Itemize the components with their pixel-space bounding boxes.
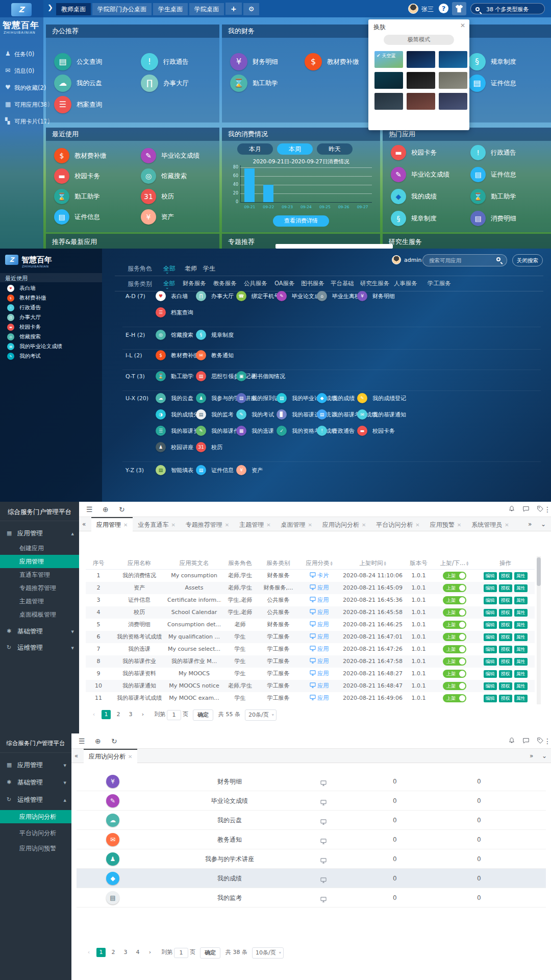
more-vertical-icon[interactable]: ⋮ (544, 502, 551, 517)
action-编辑-button[interactable]: 编辑 (484, 658, 497, 666)
action-编辑-button[interactable]: 编辑 (484, 609, 497, 617)
table-row[interactable]: 1我的消费情况My consumption老师,学生财务服务 卡片2020-08… (86, 570, 535, 582)
collapse-menu-icon[interactable]: ☰ (86, 502, 93, 517)
skin-thumbnail[interactable] (407, 93, 435, 110)
workspace-tab[interactable]: 桌面管理✕ (276, 518, 317, 532)
skin-thumbnail[interactable] (439, 51, 467, 68)
close-icon[interactable]: ✕ (266, 522, 270, 528)
action-属性-button[interactable]: 属性 (514, 646, 528, 653)
desktop-tab[interactable]: 学院部门办公桌面 (92, 3, 152, 15)
publish-toggle[interactable]: 上架 (443, 682, 466, 690)
skin-thumbnail[interactable] (407, 72, 435, 89)
app-type-link[interactable]: 应用 (297, 655, 341, 668)
desktop-tab[interactable]: 教师桌面 (56, 3, 91, 15)
page-next[interactable]: › (138, 710, 147, 719)
skin-thumbnail[interactable] (407, 51, 435, 68)
workspace-tab[interactable]: 应用访问分析✕ (317, 518, 371, 532)
app-type-link[interactable]: 应用 (297, 594, 341, 606)
page-number[interactable]: 1 (96, 948, 106, 957)
publish-toggle[interactable]: 上架 (443, 694, 466, 702)
analysis-table-row[interactable]: ♟我参与的学术讲座00 (77, 849, 546, 869)
workspace-tab[interactable]: 应用访问分析✕ (84, 749, 137, 763)
action-属性-button[interactable]: 属性 (514, 621, 528, 629)
tabs-scroll-right-icon[interactable]: » (528, 517, 532, 531)
action-编辑-button[interactable]: 编辑 (484, 597, 497, 604)
publish-toggle[interactable]: 上架 (443, 584, 466, 592)
action-授权-button[interactable]: 授权 (499, 609, 512, 617)
close-icon[interactable]: ✕ (128, 754, 132, 760)
table-row[interactable]: 7我的选课My course select...学生学工服务 应用2020-08… (86, 643, 535, 655)
settings-gear-icon[interactable]: ⚙ (243, 3, 260, 15)
tabs-scroll-left-icon[interactable]: « (74, 749, 78, 763)
page-number[interactable]: 3 (126, 710, 135, 719)
sidebar-item-message-bubble[interactable]: ✉消息(0) (5, 66, 43, 76)
skin-thumbnail[interactable]: ✔ 天空蓝 (374, 51, 403, 68)
submenu-item[interactable]: 直通车管理 (0, 568, 79, 581)
workspace-tab[interactable]: 专题推荐管理✕ (181, 518, 234, 532)
refresh-icon[interactable]: ↻ (111, 733, 117, 749)
workspace-tab[interactable]: 主题管理✕ (234, 518, 276, 532)
publish-toggle[interactable]: 上架 (443, 608, 466, 617)
user-name[interactable]: 张三 (421, 5, 434, 14)
tag-icon[interactable] (537, 505, 544, 513)
desktop-tab[interactable]: 学院桌面 (189, 3, 224, 15)
column-header[interactable]: 上架时间▲▼ (341, 556, 405, 570)
sidebar-item-cards-grid[interactable]: ▚可用卡片(17) (5, 116, 43, 127)
scrollbar-thumb[interactable] (537, 557, 541, 586)
action-授权-button[interactable]: 授权 (499, 597, 512, 604)
role-option[interactable]: 老师 (185, 264, 197, 273)
page-number[interactable]: 4 (133, 948, 142, 957)
app-type-link[interactable]: 应用 (297, 668, 341, 680)
app-type-link[interactable]: 应用 (297, 680, 341, 692)
page-next[interactable]: › (145, 948, 155, 957)
analysis-table-row[interactable]: ☁我的云盘00 (77, 811, 546, 830)
analysis-table-row[interactable]: ✎毕业论文成绩00 (77, 791, 546, 811)
app-type-link[interactable]: 应用 (297, 606, 341, 619)
app-type-link[interactable]: 应用 (297, 643, 341, 655)
sidebar-item-apps-grid[interactable]: ▦可用应用(38) (5, 100, 43, 110)
action-属性-button[interactable]: 属性 (514, 597, 528, 604)
action-授权-button[interactable]: 授权 (499, 633, 512, 641)
column-header[interactable]: 服务角色 (221, 556, 259, 570)
menu-apps-grid[interactable]: ▦应用管理▼ (0, 758, 71, 772)
column-header[interactable]: 应用名称 (111, 556, 167, 570)
action-授权-button[interactable]: 授权 (499, 670, 512, 678)
app-search-box[interactable]: 搜索可用应用 (422, 254, 507, 266)
globe-icon[interactable]: ⊕ (103, 502, 109, 517)
analysis-table-row[interactable]: ▤我的监考00 (77, 888, 546, 908)
action-属性-button[interactable]: 属性 (514, 609, 528, 617)
action-属性-button[interactable]: 属性 (514, 633, 528, 641)
column-header[interactable]: 上架/下...▲▼ (433, 556, 476, 570)
close-search-button[interactable]: 关闭搜索 (512, 254, 543, 266)
view-consumption-detail-button[interactable]: 查看消费详情 (273, 215, 329, 227)
column-header[interactable]: 应用分类▲▼ (297, 556, 341, 570)
menu-ops-refresh[interactable]: ↻运维管理▼ (0, 641, 79, 655)
submenu-item[interactable]: 应用管理 (0, 555, 79, 568)
publish-toggle[interactable]: 上架 (443, 572, 466, 580)
globe-icon[interactable]: ⊕ (95, 733, 101, 749)
page-number[interactable]: 2 (109, 948, 118, 957)
action-编辑-button[interactable]: 编辑 (484, 572, 497, 580)
role-option[interactable]: 学生 (203, 264, 215, 273)
analysis-table-row[interactable]: ◆我的成绩00 (77, 869, 546, 888)
close-icon[interactable]: ✕ (415, 522, 419, 528)
page-size-select[interactable]: 20条/页▾ (245, 709, 277, 721)
close-icon[interactable]: ✕ (171, 522, 175, 528)
table-row[interactable]: 2资产Assets老师,学生财务服务,... 应用2020-08-21 16:4… (86, 582, 535, 594)
action-授权-button[interactable]: 授权 (499, 658, 512, 666)
skin-thumbnail[interactable] (439, 93, 467, 110)
more-vertical-icon[interactable]: ⋮ (544, 733, 551, 749)
category-option[interactable]: OA服务 (274, 280, 295, 287)
close-icon[interactable]: ✕ (362, 522, 366, 528)
tag-icon[interactable] (537, 737, 544, 745)
confirm-button[interactable]: 确定 (193, 709, 213, 721)
submenu-item[interactable]: 平台访问分析 (0, 826, 71, 840)
close-icon[interactable]: ✕ (123, 522, 128, 528)
action-属性-button[interactable]: 属性 (514, 670, 528, 678)
desktop-tab[interactable]: 学生桌面 (153, 3, 188, 15)
action-授权-button[interactable]: 授权 (499, 572, 512, 580)
workspace-tab[interactable]: 应用预警✕ (425, 518, 466, 532)
action-属性-button[interactable]: 属性 (514, 584, 528, 592)
action-授权-button[interactable]: 授权 (499, 695, 512, 702)
table-row[interactable]: 4校历School Calendar学生,老师公共服务 应用2020-08-21… (86, 606, 535, 619)
